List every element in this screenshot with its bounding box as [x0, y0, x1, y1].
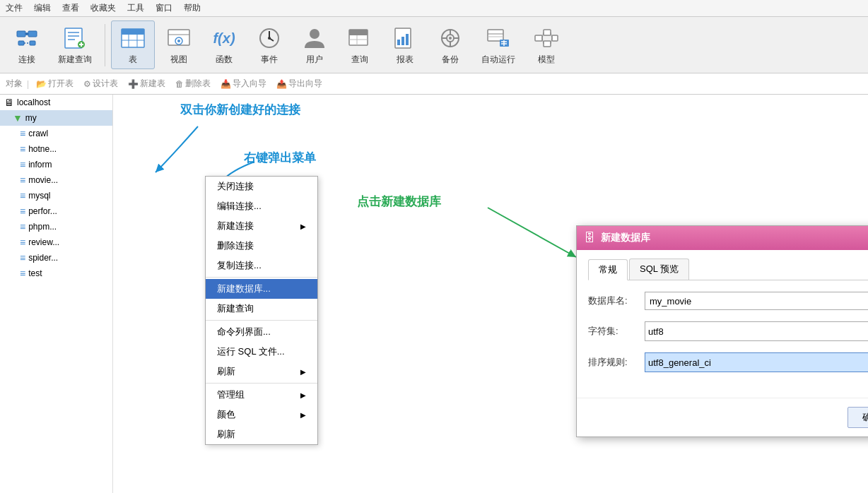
menu-tools[interactable]: 工具 — [127, 2, 144, 14]
sidebar-db-review[interactable]: ≡ review... — [0, 234, 112, 250]
autorun-icon — [484, 24, 512, 52]
server-icon: 🖥 — [4, 97, 14, 108]
db-label-hotne: hotne... — [28, 144, 57, 154]
sidebar-db-crawl[interactable]: ≡ crawl — [0, 126, 112, 141]
svg-rect-4 — [18, 41, 24, 45]
svg-rect-43 — [488, 30, 503, 41]
ctx-arrow-color: ▶ — [300, 411, 306, 419]
toolbar-event[interactable]: 事件 — [248, 21, 291, 69]
ctx-delete-connection[interactable]: 删除连接 — [206, 236, 317, 256]
toolbar-backup[interactable]: 备份 — [429, 21, 471, 69]
menu-file[interactable]: 文件 — [6, 2, 23, 14]
db-icon-movie: ≡ — [20, 174, 25, 186]
sidebar-db-phpm[interactable]: ≡ phpm... — [0, 219, 112, 234]
ctx-manage-group[interactable]: 管理组 ▶ — [206, 385, 317, 405]
dialog-db-icon: 🗄 — [584, 232, 595, 244]
connect-icon — [13, 24, 41, 52]
model-icon — [532, 24, 561, 52]
db-icon-spider: ≡ — [20, 252, 25, 263]
btn-open-table[interactable]: 📂 打开表 — [33, 77, 76, 90]
toolbar-table[interactable]: 表 — [111, 20, 155, 69]
db-name-input[interactable] — [645, 292, 868, 310]
tab-general[interactable]: 常规 — [588, 259, 628, 280]
btn-import-wizard[interactable]: 📥 导入向导 — [218, 77, 269, 90]
sidebar-db-group[interactable]: ▼ my — [0, 110, 112, 126]
db-icon-review: ≡ — [20, 237, 25, 248]
function-icon: f(x) — [210, 24, 238, 52]
menu-edit[interactable]: 编辑 — [34, 2, 51, 14]
toolbar-model[interactable]: 模型 — [525, 21, 568, 69]
ctx-close-connection[interactable]: 关闭连接 — [206, 177, 317, 196]
sidebar-server[interactable]: 🖥 localhost — [0, 95, 112, 110]
server-label: localhost — [17, 97, 50, 107]
toolbar-query[interactable]: 查询 — [339, 21, 381, 69]
sidebar-db-movie[interactable]: ≡ movie... — [0, 172, 112, 188]
ctx-new-database[interactable]: 新建数据库... — [206, 279, 317, 299]
btn-new-table[interactable]: ➕ 新建表 — [125, 77, 168, 90]
btn-export-wizard[interactable]: 📤 导出向导 — [274, 77, 325, 90]
sidebar-db-inform[interactable]: ≡ inform — [0, 157, 112, 172]
btn-delete-table[interactable]: 🗑 删除表 — [172, 77, 213, 90]
ctx-arrow-new-connection: ▶ — [300, 222, 306, 230]
dialog-titlebar: 🗄 新建数据库 ✕ — [577, 226, 868, 250]
svg-rect-0 — [17, 31, 25, 37]
db-label-crawl: crawl — [28, 129, 48, 138]
toolbar-new-query[interactable]: 新建查询 — [51, 21, 99, 69]
menu-favorites[interactable]: 收藏夹 — [90, 2, 116, 14]
event-label: 事件 — [261, 54, 278, 66]
report-label: 报表 — [397, 54, 414, 66]
sidebar-db-hotne[interactable]: ≡ hotne... — [0, 141, 112, 157]
toolbar-connect[interactable]: 连接 — [6, 21, 48, 69]
content-area: 双击你新创建好的连接 右键弹出菜单 点击新建数据库 — [113, 95, 868, 493]
user-icon — [300, 24, 329, 52]
ctx-run-sql[interactable]: 运行 SQL 文件... — [206, 342, 317, 362]
menu-bar: 文件 编辑 查看 收藏夹 工具 窗口 帮助 — [0, 0, 868, 17]
toolbar-function[interactable]: f(x) 函数 — [203, 21, 245, 69]
dialog-title: 新建数据库 — [601, 232, 650, 244]
toolbar-autorun[interactable]: 自动运行 — [474, 21, 522, 69]
svg-point-22 — [177, 40, 180, 42]
ctx-color[interactable]: 颜色 ▶ — [206, 405, 317, 424]
ctx-new-connection[interactable]: 新建连接 ▶ — [206, 216, 317, 236]
db-icon-inform: ≡ — [20, 159, 25, 170]
confirm-button[interactable]: 确定 — [848, 407, 868, 428]
sidebar-db-mysql[interactable]: ≡ mysql — [0, 188, 112, 203]
ctx-refresh-1[interactable]: 刷新 ▶ — [206, 362, 317, 381]
svg-rect-5 — [30, 41, 35, 45]
toolbar-user[interactable]: 用户 — [293, 21, 336, 69]
secondary-label: 对象 — [6, 78, 23, 90]
user-label: 用户 — [306, 54, 323, 66]
collation-select[interactable]: utf8_general_ci — [645, 352, 868, 372]
model-label: 模型 — [538, 54, 555, 66]
ctx-arrow-manage: ▶ — [300, 391, 306, 399]
svg-rect-29 — [349, 30, 368, 35]
btn-design-table[interactable]: ⚙ 设计表 — [81, 77, 121, 90]
dialog-tabs: 常规 SQL 预览 — [588, 259, 868, 280]
ctx-copy-connection[interactable]: 复制连接... — [206, 256, 317, 275]
toolbar-report[interactable]: 报表 — [384, 21, 426, 69]
field-collation: 排序规则: utf8_general_ci — [588, 352, 868, 372]
db-icon-hotne: ≡ — [20, 143, 25, 155]
ctx-refresh-2[interactable]: 刷新 — [206, 424, 317, 444]
sidebar-db-test[interactable]: ≡ test — [0, 266, 112, 281]
ctx-cmdline[interactable]: 命令列界面... — [206, 322, 317, 342]
function-label: 函数 — [216, 54, 233, 66]
menu-help[interactable]: 帮助 — [184, 2, 201, 14]
dialog-body: 常规 SQL 预览 数据库名: 字符集: utf8 排序规则 — [577, 250, 868, 392]
db-label-inform: inform — [28, 160, 52, 170]
svg-rect-50 — [535, 35, 542, 41]
menu-window[interactable]: 窗口 — [156, 2, 172, 14]
db-icon-mysql: ≡ — [20, 190, 25, 201]
tab-sql-preview[interactable]: SQL 预览 — [629, 259, 689, 280]
menu-view[interactable]: 查看 — [62, 2, 79, 14]
ctx-new-query[interactable]: 新建查询 — [206, 299, 317, 319]
ctx-arrow-refresh: ▶ — [300, 368, 306, 376]
query-label: 查询 — [351, 54, 368, 66]
charset-select[interactable]: utf8 — [645, 321, 868, 341]
toolbar-view[interactable]: 视图 — [158, 21, 200, 69]
field-charset: 字符集: utf8 — [588, 321, 868, 341]
sidebar-db-perfor[interactable]: ≡ perfor... — [0, 203, 112, 219]
sidebar-db-spider[interactable]: ≡ spider... — [0, 250, 112, 266]
ctx-edit-connection[interactable]: 编辑连接... — [206, 196, 317, 216]
db-label-test: test — [28, 268, 42, 278]
